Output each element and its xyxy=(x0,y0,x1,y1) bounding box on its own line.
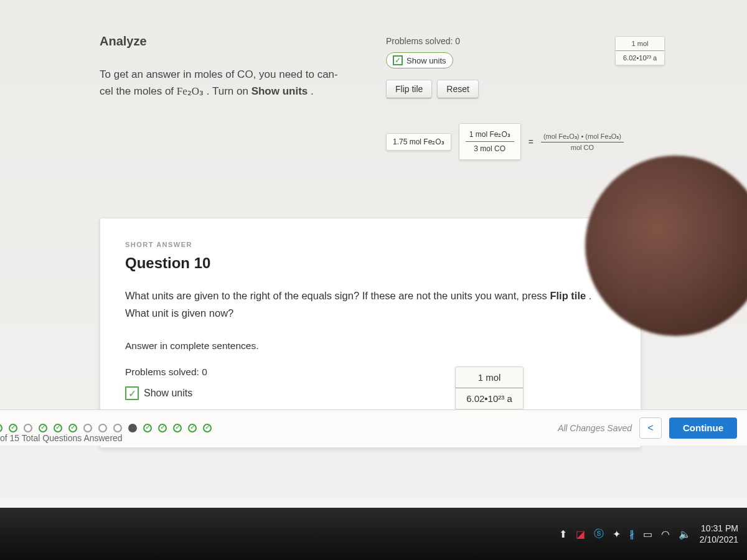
question-title: Question 10 xyxy=(125,254,616,272)
progress-dot[interactable] xyxy=(188,424,197,432)
question-type-tag: SHORT ANSWER xyxy=(125,241,616,248)
wifi-icon[interactable]: ◠ xyxy=(661,528,670,540)
progress-dot[interactable] xyxy=(68,424,77,432)
progress-dot[interactable] xyxy=(128,424,137,432)
clock[interactable]: 10:31 PM 2/10/2021 xyxy=(700,523,738,545)
embedded-answer-tile[interactable]: 1 mol 6.02•10²³ a xyxy=(455,366,524,409)
embedded-widget: Problems solved: 0 ✓ Show units 1 mol 6.… xyxy=(125,366,524,409)
show-units-label: Show units xyxy=(406,56,446,65)
progress-dot[interactable] xyxy=(158,424,167,432)
reset-button[interactable]: Reset xyxy=(437,80,479,98)
analyze-bold: Show units xyxy=(251,85,308,97)
progress-dot[interactable] xyxy=(113,424,122,432)
save-status: All Changes Saved xyxy=(558,423,632,433)
analyze-line2b: . Turn on xyxy=(207,85,251,97)
answer-hint: Answer in complete sentences. xyxy=(125,340,616,352)
progress-dot[interactable] xyxy=(173,424,182,432)
chem-formula: Fe₂O₃ xyxy=(177,85,204,97)
bluetooth-icon[interactable]: ∦ xyxy=(629,528,634,540)
embedded-left: Problems solved: 0 ✓ Show units xyxy=(125,366,207,400)
tile-conversion-bot: 3 mol CO xyxy=(466,142,514,156)
progress-dot[interactable] xyxy=(143,424,152,432)
result-top: (mol Fe₂O₃) • (mol Fe₂O₃) xyxy=(541,133,624,142)
analyze-end: . xyxy=(311,85,314,97)
app-icon[interactable]: ✦ xyxy=(613,528,621,540)
question-prompt: What units are given to the right of the… xyxy=(125,287,616,322)
problems-solved-label: Problems solved: 0 xyxy=(386,36,460,46)
lesson-page: Analyze To get an answer in moles of CO,… xyxy=(0,0,747,498)
skype-icon[interactable]: ⓢ xyxy=(594,528,604,541)
progress-dot[interactable] xyxy=(24,424,32,432)
show-units-toggle[interactable]: ✓ Show units xyxy=(386,52,453,68)
progress-dot[interactable] xyxy=(9,424,17,432)
embedded-show-units-label: Show units xyxy=(144,388,192,399)
volume-icon[interactable]: 🔈 xyxy=(679,528,691,540)
tile-conversion[interactable]: 1 mol Fe₂O₃ 3 mol CO xyxy=(459,123,521,160)
equals-sign: = xyxy=(529,137,533,147)
result-bot: mol CO xyxy=(568,142,596,151)
embedded-tile-top: 1 mol xyxy=(456,367,523,388)
show-units-row: ✓ Show units xyxy=(386,52,663,68)
result-units: (mol Fe₂O₃) • (mol Fe₂O₃) mol CO xyxy=(541,133,624,151)
prompt-bold: Flip tile xyxy=(550,290,586,301)
widget-header: Problems solved: 0 xyxy=(386,36,663,46)
system-tray: ⬆ ◪ ⓢ ✦ ∦ ▭ ◠ 🔈 xyxy=(559,528,691,541)
flip-tile-button[interactable]: Flip tile xyxy=(386,80,432,98)
continue-button[interactable]: Continue xyxy=(669,418,737,439)
tile-conversion-top: 1 mol Fe₂O₃ xyxy=(466,128,514,142)
analyze-text: To get an answer in moles of CO, you nee… xyxy=(100,66,374,100)
footer-right: All Changes Saved < Continue xyxy=(558,418,737,439)
clock-time: 10:31 PM xyxy=(700,523,738,534)
embedded-problems-solved: Problems solved: 0 xyxy=(125,366,207,378)
checkmark-icon: ✓ xyxy=(393,55,403,65)
progress-dot[interactable] xyxy=(0,424,2,432)
analyze-line1: To get an answer in moles of CO, you nee… xyxy=(100,68,338,80)
progress-text: of 15 Total Questions Answered xyxy=(0,433,123,443)
progress-dot[interactable] xyxy=(203,424,212,432)
embedded-show-units[interactable]: ✓ Show units xyxy=(125,386,192,400)
back-button[interactable]: < xyxy=(639,418,662,439)
tile-row: 1.75 mol Fe₂O₃ 1 mol Fe₂O₃ 3 mol CO = (m… xyxy=(386,123,663,160)
prompt-pre: What units are given to the right of the… xyxy=(125,290,550,301)
clock-date: 2/10/2021 xyxy=(700,534,738,545)
analyze-block: Analyze To get an answer in moles of CO,… xyxy=(100,34,374,100)
checkmark-icon: ✓ xyxy=(125,386,139,400)
progress-dots xyxy=(0,424,212,432)
tile-given[interactable]: 1.75 mol Fe₂O₃ xyxy=(386,133,451,151)
acrobat-icon[interactable]: ◪ xyxy=(576,528,585,540)
tray-icon[interactable]: ⬆ xyxy=(559,528,567,540)
analyze-line2a: cel the moles of xyxy=(100,85,177,97)
progress-dot[interactable] xyxy=(39,424,47,432)
windows-taskbar[interactable]: ⬆ ◪ ⓢ ✦ ∦ ▭ ◠ 🔈 10:31 PM 2/10/2021 xyxy=(0,508,747,560)
problem-widget: Problems solved: 0 ✓ Show units Flip til… xyxy=(386,36,663,160)
battery-icon[interactable]: ▭ xyxy=(643,528,652,540)
progress-dot[interactable] xyxy=(54,424,62,432)
embedded-tile-bot: 6.02•10²³ a xyxy=(456,388,523,409)
progress-dot[interactable] xyxy=(83,424,92,432)
progress-dot[interactable] xyxy=(98,424,107,432)
widget-controls: Flip tile Reset xyxy=(386,80,663,98)
analyze-heading: Analyze xyxy=(100,34,374,49)
